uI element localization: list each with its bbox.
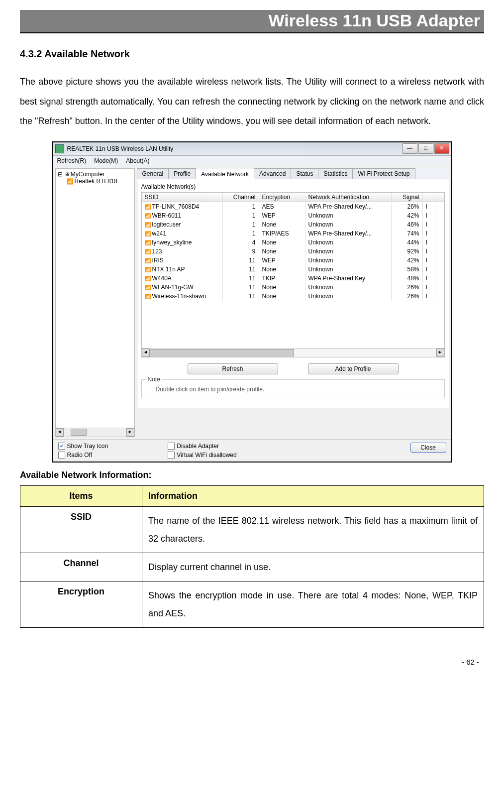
tree-hscrollbar[interactable]: ◄ ►	[56, 428, 134, 437]
network-row[interactable]: IRIS11WEPUnknown42%I	[142, 256, 444, 265]
signal-icon	[145, 248, 152, 255]
checkbox-icon	[168, 443, 175, 450]
info-item: Channel	[20, 553, 142, 581]
tree-root-label: MyComputer	[71, 171, 105, 178]
signal-icon	[145, 239, 152, 246]
tree-child-label: Realtek RTL818	[75, 178, 118, 185]
signal-icon	[145, 257, 152, 264]
col-ssid[interactable]: SSID	[142, 193, 223, 202]
group-label: Available Network(s)	[141, 183, 445, 190]
body-paragraph: The above picture shows you the availabl…	[20, 72, 484, 131]
available-network-panel: Available Network(s) SSID Channel Encryp…	[137, 179, 449, 408]
col-encryption[interactable]: Encryption	[259, 193, 305, 202]
bottom-bar: ✔Show Tray Icon Radio Off Disable Adapte…	[53, 439, 451, 462]
scroll-thumb[interactable]	[71, 429, 87, 436]
listview-hscrollbar[interactable]: ◄ ►	[142, 348, 444, 357]
close-button[interactable]: Close	[410, 443, 446, 453]
chk-radio-off[interactable]: Radio Off	[58, 452, 108, 459]
network-row[interactable]: 1239NoneUnknown92%I	[142, 247, 444, 256]
th-information: Information	[142, 485, 484, 506]
signal-icon	[145, 275, 152, 282]
page-number: - 62 -	[20, 658, 484, 666]
col-signal[interactable]: Signal	[392, 193, 423, 202]
tabstrip: General Profile Available Network Advanc…	[137, 168, 449, 179]
maximize-button[interactable]: □	[418, 143, 433, 154]
signal-icon	[145, 293, 152, 300]
menubar: Refresh(R) Mode(M) About(A)	[53, 156, 451, 166]
menu-about[interactable]: About(A)	[126, 157, 149, 164]
lv-scroll-thumb[interactable]	[150, 349, 294, 356]
col-extra[interactable]	[423, 193, 436, 202]
header-banner: Wireless 11n USB Adapter	[20, 10, 484, 33]
chk-disable-adapter-label: Disable Adapter	[177, 443, 219, 450]
signal-icon	[145, 266, 152, 273]
checkbox-icon	[168, 452, 175, 459]
doc-subheading: Available Network Information:	[20, 470, 484, 480]
network-listview[interactable]: SSID Channel Encryption Network Authenti…	[141, 192, 445, 357]
minimize-button[interactable]: —	[403, 143, 417, 154]
menu-refresh[interactable]: Refresh(R)	[57, 157, 87, 164]
adapter-icon	[67, 178, 75, 185]
checkbox-icon: ✔	[58, 443, 65, 450]
tab-wps[interactable]: Wi-Fi Protect Setup	[352, 168, 415, 179]
network-row[interactable]: W440A11TKIPWPA Pre-Shared Key48%I	[142, 274, 444, 283]
window-title: REALTEK 11n USB Wireless LAN Utility	[67, 145, 403, 152]
chk-show-tray[interactable]: ✔Show Tray Icon	[58, 443, 108, 450]
note-text: Double click on item to join/create prof…	[146, 386, 440, 393]
tree-root[interactable]: ⊟ MyComputer	[58, 171, 132, 178]
scroll-left-icon[interactable]: ◄	[56, 428, 64, 437]
tree-child[interactable]: Realtek RTL818	[67, 178, 132, 185]
info-table: Items Information SSIDThe name of the IE…	[20, 485, 484, 628]
refresh-button[interactable]: Refresh	[188, 363, 278, 374]
col-channel[interactable]: Channel	[223, 193, 259, 202]
info-item: Encryption	[20, 581, 142, 627]
chk-virtual-wifi[interactable]: Virtual WiFi disallowed	[168, 452, 237, 459]
checkbox-icon	[58, 452, 65, 459]
signal-icon	[145, 284, 152, 291]
tab-general[interactable]: General	[137, 168, 169, 179]
signal-icon	[145, 221, 152, 228]
tab-profile[interactable]: Profile	[168, 168, 196, 179]
lv-scroll-left-icon[interactable]: ◄	[142, 348, 150, 357]
lv-scroll-right-icon[interactable]: ►	[436, 348, 444, 357]
scroll-right-icon[interactable]: ►	[126, 428, 134, 437]
signal-icon	[145, 230, 152, 237]
signal-icon	[145, 212, 152, 219]
listview-header[interactable]: SSID Channel Encryption Network Authenti…	[142, 193, 444, 202]
menu-mode[interactable]: Mode(M)	[94, 157, 118, 164]
info-row: ChannelDisplay current channel in use.	[20, 553, 484, 581]
section-heading: 4.3.2 Available Network	[20, 48, 484, 60]
close-window-button[interactable]: ✕	[434, 143, 449, 154]
network-row[interactable]: lynwey_skyline4NoneUnknown44%I	[142, 238, 444, 247]
chk-disable-adapter[interactable]: Disable Adapter	[168, 443, 237, 450]
network-row[interactable]: logitecuser1NoneUnknown46%I	[142, 220, 444, 229]
tab-advanced[interactable]: Advanced	[254, 168, 291, 179]
tab-status[interactable]: Status	[291, 168, 318, 179]
chk-virtual-wifi-label: Virtual WiFi disallowed	[177, 452, 237, 459]
app-window: REALTEK 11n USB Wireless LAN Utility — □…	[52, 141, 452, 463]
tab-statistics[interactable]: Statistics	[318, 168, 353, 179]
app-icon	[55, 144, 64, 153]
network-row[interactable]: TP-LINK_7608D41AESWPA Pre-Shared Key/...…	[142, 202, 444, 211]
chk-radio-off-label: Radio Off	[67, 452, 92, 459]
col-auth[interactable]: Network Authentication	[305, 193, 392, 202]
info-desc: Display current channel in use.	[142, 553, 484, 581]
tab-available-network[interactable]: Available Network	[196, 169, 254, 179]
device-tree[interactable]: ⊟ MyComputer Realtek RTL818 ◄ ►	[55, 168, 135, 437]
network-row[interactable]: w2411TKIP/AESWPA Pre-Shared Key/...74%I	[142, 229, 444, 238]
titlebar[interactable]: REALTEK 11n USB Wireless LAN Utility — □…	[53, 142, 451, 156]
info-desc: The name of the IEEE 802.11 wireless net…	[142, 506, 484, 553]
th-items: Items	[20, 485, 142, 506]
info-item: SSID	[20, 506, 142, 553]
network-row[interactable]: WLAN-11g-GW11NoneUnknown26%I	[142, 283, 444, 292]
network-row[interactable]: Wireless-11n-shawn11NoneUnknown26%I	[142, 292, 444, 301]
network-row[interactable]: WBR-60111WEPUnknown42%I	[142, 211, 444, 220]
signal-icon	[145, 203, 152, 210]
note-box: Note Double click on item to join/create…	[141, 379, 445, 398]
network-row[interactable]: NTX 11n AP11NoneUnknown58%I	[142, 265, 444, 274]
add-to-profile-button[interactable]: Add to Profile	[308, 363, 399, 374]
chk-show-tray-label: Show Tray Icon	[67, 443, 108, 450]
info-desc: Shows the encryption mode in use. There …	[142, 581, 484, 627]
info-row: EncryptionShows the encryption mode in u…	[20, 581, 484, 627]
info-row: SSIDThe name of the IEEE 802.11 wireless…	[20, 506, 484, 553]
